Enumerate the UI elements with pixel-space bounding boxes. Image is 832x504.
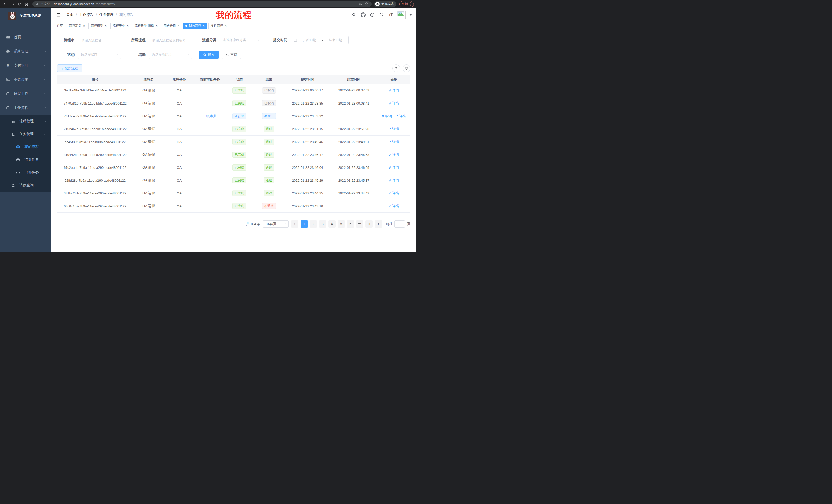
column-header: 结果 xyxy=(254,75,284,84)
fullscreen-icon[interactable] xyxy=(379,12,385,18)
prev-page-button[interactable]: ‹ xyxy=(291,220,298,228)
cell-submit-time: 2022-01-22 23:45:29 xyxy=(284,174,331,187)
help-icon[interactable] xyxy=(369,12,375,18)
view-tab[interactable]: 首页 xyxy=(54,23,65,29)
cell-submit-time: 2022-01-23 00:06:17 xyxy=(284,84,331,97)
breadcrumb-item[interactable]: 工作流程 xyxy=(79,12,94,17)
detail-link[interactable]: 详情 xyxy=(389,178,399,183)
sidebar-item-system[interactable]: 系统管理 xyxy=(0,44,51,58)
result-badge: 通过 xyxy=(263,190,274,196)
tab-close-icon[interactable]: × xyxy=(203,24,205,28)
detail-link[interactable]: 详情 xyxy=(389,88,399,93)
create-process-label: 发起流程 xyxy=(65,66,78,71)
create-process-button[interactable]: + 发起流程 xyxy=(57,64,82,72)
search-icon[interactable] xyxy=(351,12,357,18)
sidebar-item-home[interactable]: 首页 xyxy=(0,30,51,44)
detail-link[interactable]: 详情 xyxy=(389,165,399,170)
detail-link[interactable]: 详情 xyxy=(395,114,406,118)
active-dot xyxy=(185,25,187,27)
sidebar-item-workflow[interactable]: 工作流程 xyxy=(0,101,51,115)
submit-time-range-picker[interactable]: 开始日期 - 结束日期 xyxy=(290,36,349,44)
tab-close-icon[interactable]: × xyxy=(127,24,129,28)
address-bar[interactable]: 不安全 dashboard.yudao.iocoder.cn/bpm/task/… xyxy=(32,1,371,7)
tab-close-icon[interactable]: × xyxy=(178,24,179,28)
process-category-select[interactable]: 请选择流程分类 xyxy=(219,36,263,44)
browser-menu-icon[interactable] xyxy=(410,2,411,6)
detail-link[interactable]: 详情 xyxy=(389,127,399,131)
sidebar-item-infrastructure[interactable]: 基础设施 xyxy=(0,73,51,87)
view-tab[interactable]: 流程定义 × xyxy=(67,23,87,29)
app-logo[interactable]: 芋道管理系统 xyxy=(0,8,51,23)
goto-page: 前往 页 xyxy=(386,220,410,228)
sidebar-item-devtools[interactable]: 研发工具 xyxy=(0,87,51,101)
sidebar-item-payment[interactable]: ¥ 支付管理 xyxy=(0,58,51,73)
view-tab[interactable]: 我的流程 × xyxy=(183,23,207,29)
page-number-button[interactable]: 6 xyxy=(347,220,354,228)
sidebar-item-done-tasks[interactable]: 已办任务 xyxy=(0,166,51,179)
sidebar-fold-icon[interactable] xyxy=(55,12,63,18)
browser-reload-icon[interactable] xyxy=(17,1,23,7)
view-tab[interactable]: 流程表单 × xyxy=(110,23,131,29)
view-tab[interactable]: 用户分组 × xyxy=(161,23,182,29)
page-number-button[interactable]: 2 xyxy=(310,220,317,228)
table-tools xyxy=(392,64,410,72)
page-number-button[interactable]: 3 xyxy=(319,220,326,228)
process-definition-input[interactable] xyxy=(152,38,189,43)
next-page-button[interactable]: › xyxy=(375,220,382,228)
breadcrumb-item[interactable]: 任务管理 xyxy=(99,12,114,17)
browser-home-icon[interactable] xyxy=(24,1,30,7)
key-icon[interactable] xyxy=(359,2,363,6)
browser-update-button[interactable]: 更新 xyxy=(399,1,414,7)
view-tab[interactable]: 流程表单-编辑 × xyxy=(132,23,160,29)
detail-link[interactable]: 详情 xyxy=(389,152,399,157)
cell-category: OA xyxy=(164,161,194,174)
avatar-dropdown-icon[interactable] xyxy=(409,14,412,16)
page-number-button[interactable]: 1 xyxy=(301,220,308,228)
process-name-input[interactable] xyxy=(81,38,118,43)
page-number-button[interactable]: 11 xyxy=(365,220,372,228)
detail-link[interactable]: 详情 xyxy=(389,204,399,208)
tab-close-icon[interactable]: × xyxy=(225,24,227,28)
current-task-link[interactable]: 一级审批 xyxy=(203,114,216,118)
cell-process-name: OA 请假 xyxy=(133,84,164,97)
page-size-select[interactable]: 10条/页 xyxy=(262,220,289,228)
sidebar-item-my-process[interactable]: 我的流程 xyxy=(0,141,51,153)
page-number-button[interactable]: 4 xyxy=(328,220,336,228)
column-header: 编号 xyxy=(57,75,133,84)
table-search-icon[interactable] xyxy=(392,64,400,72)
detail-link[interactable]: 详情 xyxy=(389,191,399,195)
reset-button[interactable]: 重置 xyxy=(222,51,241,59)
table-row: 819442e8-7b9a-11ec-a290-acde48001122 OA … xyxy=(57,148,410,161)
detail-link[interactable]: 详情 xyxy=(389,139,399,144)
page-number-button[interactable]: 5 xyxy=(338,220,345,228)
view-tab[interactable]: 流程模型 × xyxy=(88,23,109,29)
sidebar-item-leave-query[interactable]: 请假查询 xyxy=(0,179,51,192)
detail-link[interactable]: 详情 xyxy=(389,101,399,106)
browser-forward-icon[interactable] xyxy=(9,1,16,7)
chevron-down-icon xyxy=(284,223,286,225)
process-definition-input-wrap xyxy=(149,36,192,44)
github-icon[interactable] xyxy=(360,12,366,18)
goto-page-input[interactable] xyxy=(394,220,405,228)
avatar[interactable] xyxy=(397,10,406,19)
cell-end-time: 2022-01-22 23:51:20 xyxy=(331,122,377,135)
tab-close-icon[interactable]: × xyxy=(156,24,158,28)
breadcrumb-item[interactable]: 首页 xyxy=(66,12,74,17)
font-size-icon[interactable]: TT xyxy=(388,12,394,18)
page-number-button[interactable]: ••• xyxy=(356,220,363,228)
browser-back-icon[interactable] xyxy=(2,1,8,7)
tab-close-icon[interactable]: × xyxy=(105,24,107,28)
sidebar-item-label: 支付管理 xyxy=(14,63,40,68)
chevron-down-icon xyxy=(44,92,47,95)
bookmark-star-icon[interactable] xyxy=(365,2,368,6)
sidebar-item-process-management[interactable]: 流程管理 xyxy=(0,115,51,128)
search-button[interactable]: 搜索 xyxy=(199,51,218,59)
status-select[interactable]: 请选择状态 xyxy=(78,51,121,59)
view-tab[interactable]: 发起流程 × xyxy=(208,23,229,29)
result-select[interactable]: 请选择流结果 xyxy=(149,51,192,59)
tab-close-icon[interactable]: × xyxy=(83,24,85,28)
sidebar-item-task-management[interactable]: 任务管理 xyxy=(0,128,51,141)
sidebar-item-todo-tasks[interactable]: 待办任务 xyxy=(0,153,51,166)
table-refresh-icon[interactable] xyxy=(402,64,410,72)
cancel-link[interactable]: 取消 xyxy=(381,114,392,118)
